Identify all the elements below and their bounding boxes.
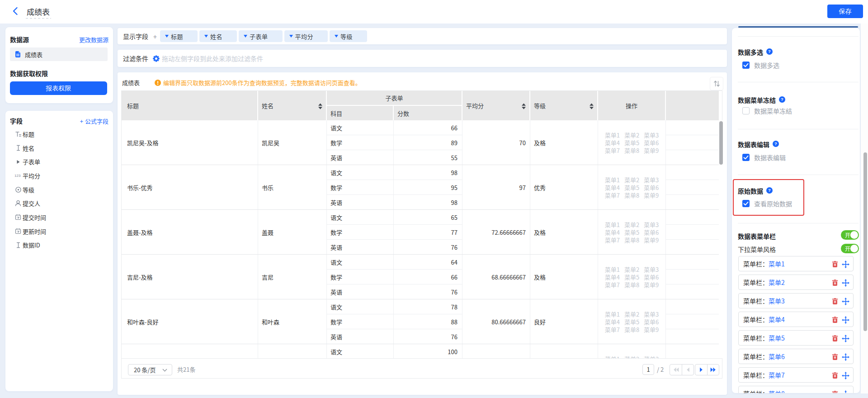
row-menu-link[interactable]: 菜单6 (644, 139, 659, 147)
menu-item-link[interactable]: 菜单7 (769, 370, 785, 379)
row-menu-link[interactable]: 菜单8 (624, 281, 639, 289)
row-menu-link[interactable]: 菜单3 (644, 221, 659, 228)
gear-icon[interactable] (153, 55, 160, 62)
move-icon[interactable] (842, 261, 849, 270)
display-field-chip-2[interactable]: 姓名 (199, 30, 237, 42)
question-icon[interactable]: ? (763, 47, 773, 57)
row-menu-link[interactable]: 菜单6 (644, 228, 659, 236)
question-icon[interactable]: ? (769, 140, 779, 149)
row-menu-link[interactable]: 菜单7 (605, 191, 620, 199)
next-page-button[interactable] (695, 365, 707, 375)
row-menu-link[interactable]: 菜单4 (605, 228, 620, 236)
row-menu-link[interactable]: 菜单8 (624, 147, 639, 154)
move-icon[interactable] (842, 298, 849, 307)
row-menu-link[interactable]: 菜单7 (605, 236, 620, 244)
dropdown-style-toggle[interactable]: 开 (841, 244, 859, 253)
row-menu-link[interactable]: 菜单3 (644, 355, 659, 359)
page-title[interactable]: 成绩表 (27, 6, 50, 17)
field-item-4[interactable]: 123平均分 (5, 169, 113, 183)
row-menu-link[interactable]: 菜单4 (605, 318, 620, 326)
trash-icon[interactable] (831, 261, 839, 270)
page-size-select[interactable]: 20 条/页 (128, 364, 172, 375)
field-item-3[interactable]: 子表单 (5, 155, 113, 169)
row-menu-link[interactable]: 菜单2 (624, 131, 639, 139)
menu-item-link[interactable]: 菜单2 (769, 278, 785, 287)
row-menu-link[interactable]: 菜单2 (624, 221, 639, 228)
row-menu-link[interactable]: 菜单9 (644, 236, 659, 244)
row-menu-link[interactable]: 菜单5 (624, 273, 639, 281)
row-menu-link[interactable]: 菜单2 (624, 310, 639, 318)
formula-field-link[interactable]: +公式字段 (80, 117, 108, 125)
trash-icon[interactable] (831, 316, 839, 325)
display-field-chip-1[interactable]: 标题 (160, 30, 198, 42)
row-menu-link[interactable]: 菜单5 (624, 139, 639, 147)
table-sort-toggle[interactable] (710, 77, 723, 90)
row-menu-link[interactable]: 菜单2 (624, 176, 639, 184)
page-scrollbar-thumb[interactable] (863, 152, 867, 331)
change-datasource-link[interactable]: 更改数据源 (79, 35, 108, 44)
column-header-avg[interactable]: 平均分 (462, 91, 529, 120)
field-item-7[interactable]: 提交时间 (5, 210, 113, 224)
menu-item-link[interactable]: 菜单3 (769, 296, 785, 305)
sort-icon[interactable] (585, 103, 594, 111)
question-icon[interactable]: ? (776, 95, 785, 104)
datasource-item[interactable]: 成绩表 (10, 47, 108, 61)
row-menu-link[interactable]: 菜单7 (605, 147, 620, 154)
move-icon[interactable] (842, 335, 849, 344)
move-icon[interactable] (842, 316, 849, 326)
display-field-chip-4[interactable]: 平均分 (284, 30, 328, 42)
row-menu-link[interactable]: 菜单8 (624, 191, 639, 199)
column-header-grade[interactable]: 等级 (530, 91, 597, 120)
field-item-5[interactable]: 等级 (5, 183, 113, 197)
row-menu-link[interactable]: 菜单7 (605, 326, 620, 333)
move-icon[interactable] (842, 390, 849, 393)
row-menu-link[interactable]: 菜单8 (624, 326, 639, 333)
field-item-6[interactable]: 提交人 (5, 196, 113, 210)
move-icon[interactable] (842, 353, 849, 363)
back-icon[interactable] (10, 5, 21, 16)
menubar-toggle[interactable]: 开 (841, 230, 859, 240)
row-menu-link[interactable]: 菜单1 (605, 310, 620, 318)
trash-icon[interactable] (831, 372, 839, 381)
row-menu-link[interactable]: 菜单3 (644, 131, 659, 139)
row-menu-link[interactable]: 菜单9 (644, 281, 659, 289)
field-item-8[interactable]: 更新时间 (5, 224, 113, 238)
checkbox-unchecked[interactable] (742, 107, 750, 114)
row-menu-link[interactable]: 菜单5 (624, 228, 639, 236)
row-menu-link[interactable]: 菜单4 (605, 184, 620, 191)
move-icon[interactable] (842, 372, 849, 381)
row-menu-link[interactable]: 菜单1 (605, 131, 620, 139)
display-field-chip-5[interactable]: 等级 (330, 30, 367, 42)
row-menu-link[interactable]: 菜单2 (624, 355, 639, 359)
row-menu-link[interactable]: 菜单6 (644, 273, 659, 281)
display-field-chip-3[interactable]: 子表单 (239, 30, 283, 42)
sort-icon[interactable] (518, 103, 526, 111)
row-menu-link[interactable]: 菜单1 (605, 265, 620, 273)
trash-icon[interactable] (831, 298, 839, 307)
row-menu-link[interactable]: 菜单9 (644, 191, 659, 199)
settings-checkbox-row[interactable]: 数据菜单冻结 (738, 106, 792, 115)
settings-checkbox-row[interactable]: 数据表编辑 (738, 153, 786, 162)
row-menu-link[interactable]: 菜单6 (644, 318, 659, 326)
row-menu-link[interactable]: 菜单3 (644, 265, 659, 273)
row-menu-link[interactable]: 菜单1 (605, 176, 620, 184)
save-button[interactable]: 保存 (827, 5, 863, 18)
row-menu-link[interactable]: 菜单1 (605, 355, 620, 359)
row-menu-link[interactable]: 菜单4 (605, 273, 620, 281)
checkbox-checked[interactable] (742, 62, 750, 69)
table-scrollbar-thumb[interactable] (719, 121, 723, 165)
row-menu-link[interactable]: 菜单9 (644, 326, 659, 333)
row-menu-link[interactable]: 菜单1 (605, 221, 620, 228)
menu-item-link[interactable]: 菜单1 (769, 259, 785, 268)
row-menu-link[interactable]: 菜单4 (605, 139, 620, 147)
row-menu-link[interactable]: 菜单2 (624, 265, 639, 273)
row-menu-link[interactable]: 菜单9 (644, 147, 659, 154)
row-menu-link[interactable]: 菜单3 (644, 310, 659, 318)
last-page-button[interactable] (707, 365, 719, 375)
row-menu-link[interactable]: 菜单6 (644, 184, 659, 191)
settings-checkbox-row[interactable]: 数据多选 (738, 61, 779, 70)
menu-item-link[interactable]: 菜单5 (769, 333, 785, 342)
row-menu-link[interactable]: 菜单5 (624, 318, 639, 326)
menu-item-link[interactable]: 菜单8 (769, 389, 785, 393)
prev-page-button[interactable] (682, 365, 693, 375)
